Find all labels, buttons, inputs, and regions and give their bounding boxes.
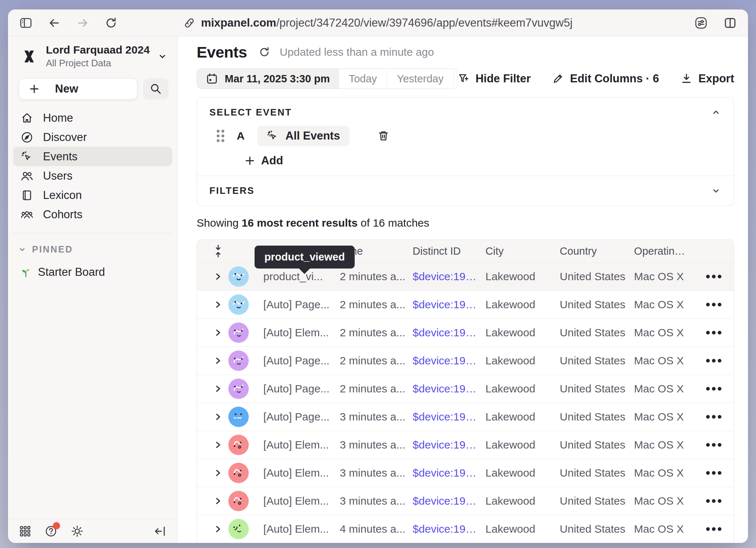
select-event-header: SELECT EVENT [209,107,292,118]
row-menu-button[interactable] [694,303,734,306]
distinct-id-link[interactable]: $device:195... [413,270,485,283]
city-value: Lakewood [485,467,560,479]
row-expand-chevron-icon[interactable] [208,524,228,535]
refresh-icon[interactable] [259,46,270,58]
event-name[interactable]: [Auto] Elem... [263,495,340,507]
new-button[interactable]: New [19,78,137,99]
column-header-country[interactable]: Country [560,245,634,257]
row-menu-button[interactable] [694,443,734,447]
row-menu-button[interactable] [694,359,734,363]
row-menu-button[interactable] [694,387,734,391]
row-expand-chevron-icon[interactable] [208,467,228,478]
row-menu-button[interactable] [694,527,734,531]
event-name[interactable]: [Auto] Elem... [263,523,340,535]
help-button[interactable] [44,525,58,538]
notification-dot [53,522,60,529]
table-row[interactable]: [Auto] Elem... 2 minutes a... $device:19… [197,318,734,347]
distinct-id-link[interactable]: $device:195... [413,495,485,507]
distinct-id-link[interactable]: $device:195... [413,467,485,479]
sidebar-item-users[interactable]: Users [13,166,172,185]
row-expand-chevron-icon[interactable] [208,439,228,450]
event-name[interactable]: [Auto] Elem... [263,326,340,339]
city-value: Lakewood [485,270,560,283]
row-menu-button[interactable] [694,415,734,419]
row-menu-button[interactable] [694,275,734,278]
event-name[interactable]: [Auto] Page... [263,383,340,395]
os-value: Mac OS X [634,439,694,451]
chevron-down-icon[interactable] [710,185,721,196]
table-row[interactable]: [Auto] Elem... 3 minutes a... $device:19… [197,459,734,487]
table-row[interactable]: [Auto] Elem... 4 minutes a... $device:19… [197,515,734,543]
row-expand-chevron-icon[interactable] [208,299,228,310]
date-segment-today[interactable]: Today [339,69,387,89]
search-button[interactable] [143,78,169,99]
apps-grid-icon[interactable] [19,525,31,537]
column-header-city[interactable]: City [485,245,560,257]
event-selector-chip[interactable]: All Events [257,126,350,146]
row-expand-chevron-icon[interactable] [208,496,228,506]
event-time: 2 minutes a... [340,383,413,395]
sidebar-item-label: Events [43,150,78,163]
event-name[interactable]: [Auto] Page... [263,355,340,367]
date-picker-button[interactable]: Mar 11, 2025 3:30 pm [197,69,339,89]
event-name[interactable]: [Auto] Page... [263,298,340,311]
chevron-down-icon [17,245,27,254]
column-header-os[interactable]: Operating S [634,245,694,257]
distinct-id-link[interactable]: $device:195... [413,439,485,451]
sidebar-item-discover[interactable]: Discover [13,128,172,147]
sidebar-item-events[interactable]: Events [13,147,172,166]
table-row[interactable]: [Auto] Page... 3 minutes a... $device:19… [197,403,734,431]
table-row[interactable]: [Auto] Page... 2 minutes a... $device:19… [197,375,734,403]
workspace-switcher[interactable]: Lord Farquaad 2024 All Project Data [8,36,177,71]
hide-filter-button[interactable]: Hide Filter [457,72,531,85]
date-segment-7d[interactable]: 7D [454,69,457,89]
row-menu-button[interactable] [694,331,734,334]
edit-columns-button[interactable]: Edit Columns · 6 [552,72,659,85]
event-name[interactable]: [Auto] Elem... [263,467,340,479]
distinct-id-link[interactable]: $device:195... [413,411,485,423]
row-expand-chevron-icon[interactable] [208,355,228,366]
sidebar-toggle-icon[interactable] [19,16,33,30]
distinct-id-link[interactable]: $device:195... [413,326,485,339]
table-row[interactable]: [Auto] Page... 2 minutes a... $device:19… [197,290,734,318]
reload-icon[interactable] [104,16,118,30]
chevron-up-icon[interactable] [710,107,721,118]
row-expand-chevron-icon[interactable] [208,411,228,422]
export-button[interactable]: Export [680,72,734,85]
workspace-subtitle: All Project Data [46,58,150,69]
gear-icon[interactable] [71,525,84,538]
distinct-id-link[interactable]: $device:195... [413,298,485,311]
row-menu-button[interactable] [694,499,734,503]
distinct-id-link[interactable]: $device:195... [413,383,485,395]
row-expand-chevron-icon[interactable] [208,271,228,282]
back-icon[interactable] [47,16,61,30]
distinct-id-link[interactable]: $device:195... [413,355,485,367]
event-avatar [228,407,249,427]
row-expand-chevron-icon[interactable] [208,383,228,394]
collapse-rows-icon[interactable] [213,244,224,258]
pinned-section-header[interactable]: PINNED [8,233,177,255]
row-expand-chevron-icon[interactable] [208,327,228,338]
sidebar-item-starter-board[interactable]: Starter Board [8,255,177,279]
collapse-sidebar-icon[interactable] [153,525,166,538]
date-segment-yesterday[interactable]: Yesterday [387,69,454,89]
column-header-distinct-id[interactable]: Distinct ID [413,245,485,257]
table-row[interactable]: [Auto] Elem... 3 minutes a... $device:19… [197,431,734,459]
distinct-id-link[interactable]: $device:195... [413,523,485,535]
sidebar-item-cohorts[interactable]: Cohorts [13,205,172,224]
table-row[interactable]: [Auto] Page... 2 minutes a... $device:19… [197,347,734,375]
table-row[interactable]: [Auto] Elem... 3 minutes a... $device:19… [197,487,734,515]
address-bar[interactable]: mixpanel.com/project/3472420/view/397469… [184,16,572,30]
event-name[interactable]: [Auto] Page... [263,411,340,423]
drag-handle-icon[interactable] [217,130,224,142]
row-menu-button[interactable] [694,471,734,475]
event-name[interactable]: [Auto] Elem... [263,439,340,451]
sidebar-item-home[interactable]: Home [13,108,172,128]
sidebar-item-lexicon[interactable]: Lexicon [13,185,172,205]
url-host: mixpanel.com [201,16,276,29]
add-event-button[interactable]: Add [244,154,721,168]
page-settings-icon[interactable] [694,16,708,30]
trash-icon[interactable] [377,130,390,142]
split-view-icon[interactable] [723,16,737,30]
mixpanel-logo [20,47,39,66]
